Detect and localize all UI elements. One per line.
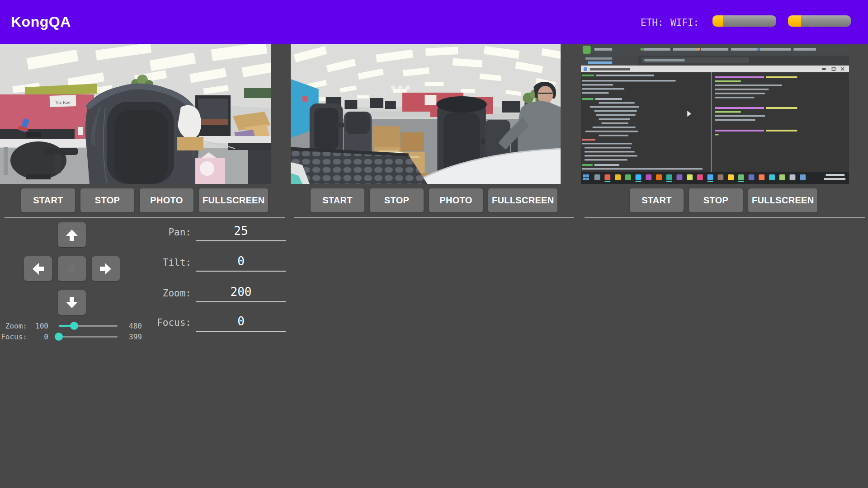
camera-2-scene xyxy=(291,44,561,184)
arrow-right-icon xyxy=(99,262,113,276)
pan-field-row: Pan: 25 xyxy=(132,224,286,241)
eth-signal-bar xyxy=(712,15,776,27)
camera-2-fullscreen-button[interactable]: FULLSCREEN xyxy=(488,188,557,212)
camera-1-button-row: START STOP PHOTO FULLSCREEN xyxy=(21,188,268,212)
camera-2-button-row: START STOP PHOTO FULLSCREEN xyxy=(311,188,557,212)
camera-1-stop-button[interactable]: STOP xyxy=(80,188,134,212)
pan-tilt-up-button[interactable] xyxy=(58,222,86,247)
camera-1-fullscreen-button[interactable]: FULLSCREEN xyxy=(199,188,268,212)
arrow-left-icon xyxy=(31,262,45,276)
wifi-signal-bar xyxy=(788,15,851,27)
focus-slider-label: Focus: xyxy=(0,333,27,341)
home-icon xyxy=(65,262,79,276)
camera-1-scene: Vic Kao xyxy=(0,44,271,184)
focus-slider-max: 399 xyxy=(129,333,149,341)
zoom-slider-label: Zoom: xyxy=(0,322,27,330)
zoom-slider-thumb[interactable] xyxy=(70,322,78,330)
focus-slider-track[interactable] xyxy=(59,336,118,338)
camera-1-feed: Vic Kao xyxy=(0,44,271,184)
app-bar: KongQA ETH: WIFI: xyxy=(0,0,868,44)
camera-2-photo-button[interactable]: PHOTO xyxy=(429,188,483,212)
focus-slider-thumb[interactable] xyxy=(55,333,63,341)
zoom-slider-min: 100 xyxy=(28,322,48,330)
pan-label: Pan: xyxy=(132,227,191,241)
tilt-label: Tilt: xyxy=(132,257,191,272)
focus-input[interactable]: 0 xyxy=(196,314,286,332)
zoom-label: Zoom: xyxy=(132,288,191,302)
camera-3-feed xyxy=(581,44,849,184)
camera-3-fullscreen-button[interactable]: FULLSCREEN xyxy=(748,188,817,212)
slider-focus xyxy=(59,333,118,341)
app-title: KongQA xyxy=(11,14,71,30)
focus-field-row: Focus: 0 xyxy=(132,314,286,332)
kongqa-app: KongQA ETH: WIFI: xyxy=(0,0,868,488)
arrow-up-icon xyxy=(65,228,79,242)
tilt-field-row: Tilt: 0 xyxy=(132,254,286,272)
arrow-down-icon xyxy=(65,296,79,310)
wifi-signal-bar-fill xyxy=(788,15,801,27)
pan-tilt-left-button[interactable] xyxy=(24,256,52,281)
camera-3-stop-button[interactable]: STOP xyxy=(689,188,743,212)
tilt-input[interactable]: 0 xyxy=(196,254,286,272)
zoom-slider-max: 480 xyxy=(129,322,149,330)
zoom-field-row: Zoom: 200 xyxy=(132,285,286,302)
camera-1-photo-button[interactable]: PHOTO xyxy=(140,188,193,212)
camera-2-stop-button[interactable]: STOP xyxy=(370,188,424,212)
pan-tilt-down-button[interactable] xyxy=(58,290,86,315)
camera-3-button-row: START STOP FULLSCREEN xyxy=(630,188,817,212)
panel-3-divider xyxy=(585,217,865,218)
focus-slider-min: 0 xyxy=(28,333,48,341)
camera-3-scene xyxy=(581,44,849,184)
pan-tilt-right-button[interactable] xyxy=(92,256,120,281)
camera-3-start-button[interactable]: START xyxy=(630,188,684,212)
eth-signal-bar-fill xyxy=(712,15,723,27)
camera-2-start-button[interactable]: START xyxy=(311,188,364,212)
panel-2-divider xyxy=(294,217,574,218)
camera-2-feed xyxy=(291,44,561,184)
panel-1-divider xyxy=(5,217,285,218)
camera-1-start-button[interactable]: START xyxy=(21,188,75,212)
pan-tilt-center-button[interactable] xyxy=(58,256,86,281)
eth-label: ETH: xyxy=(641,17,664,28)
wifi-label: WIFI: xyxy=(670,17,699,28)
slider-zoom xyxy=(59,322,118,330)
zoom-input[interactable]: 200 xyxy=(196,285,286,302)
pan-input[interactable]: 25 xyxy=(196,224,286,241)
